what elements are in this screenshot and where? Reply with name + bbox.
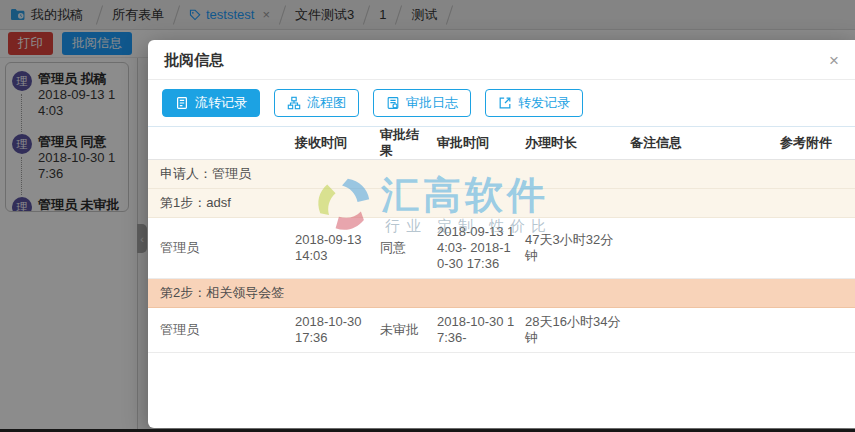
record-icon [175, 96, 189, 110]
header-cell: 审批时间 [437, 135, 525, 151]
modal-tab[interactable]: 流转记录 [162, 89, 260, 117]
header-cell: 接收时间 [295, 135, 380, 151]
log-icon [386, 96, 400, 110]
modal-tab-label: 转发记录 [518, 94, 570, 112]
record-cell: 47天3小时32分钟 [525, 232, 630, 264]
record-cell: 28天16小时34分钟 [525, 314, 630, 346]
modal-tab[interactable]: 转发记录 [485, 89, 583, 117]
record-table-body: 申请人：管理员第1步：adsf管理员2018-09-13 14:03同意2018… [148, 160, 855, 353]
record-cell: 2018-09-13 14:03- 2018-10-30 17:36 [437, 224, 525, 272]
record-cell: 2018-10-30 17:36- [437, 314, 525, 346]
modal-header: 批阅信息 × [148, 40, 855, 80]
record-cell: 未审批 [380, 322, 437, 338]
forward-icon [498, 96, 512, 110]
modal-tab-label: 流程图 [307, 94, 346, 112]
modal-tab-label: 流转记录 [195, 94, 247, 112]
modal-tab[interactable]: 流程图 [274, 89, 359, 117]
record-cell: 管理员 [148, 240, 295, 256]
section-row: 第2步：相关领导会签 [148, 279, 855, 308]
section-row: 第1步：adsf [148, 189, 855, 218]
header-cell: 备注信息 [630, 135, 780, 151]
header-cell: 审批结果 [380, 127, 437, 159]
record-row: 管理员2018-09-13 14:03同意2018-09-13 14:03- 2… [148, 218, 855, 279]
flowchart-icon [287, 96, 301, 110]
modal-tab-list: 流转记录流程图审批日志转发记录 [148, 80, 855, 126]
record-row: 管理员2018-10-30 17:36未审批2018-10-30 17:36-2… [148, 308, 855, 353]
header-cell: 参考附件 [780, 135, 855, 151]
modal-tab[interactable]: 审批日志 [373, 89, 471, 117]
review-info-modal: 批阅信息 × 流转记录流程图审批日志转发记录 接收时间审批结果审批时间办理时长备… [148, 40, 855, 428]
record-cell: 2018-09-13 14:03 [295, 232, 380, 264]
table-header-row: 接收时间审批结果审批时间办理时长备注信息参考附件 [148, 127, 855, 160]
record-table: 接收时间审批结果审批时间办理时长备注信息参考附件 申请人：管理员第1步：adsf… [148, 126, 855, 353]
modal-tab-label: 审批日志 [406, 94, 458, 112]
modal-title: 批阅信息 [164, 51, 224, 70]
record-cell: 2018-10-30 17:36 [295, 314, 380, 346]
header-cell: 办理时长 [525, 135, 630, 151]
record-cell: 管理员 [148, 322, 295, 338]
close-icon[interactable]: × [829, 52, 839, 69]
section-row: 申请人：管理员 [148, 160, 855, 189]
record-cell: 同意 [380, 240, 437, 256]
